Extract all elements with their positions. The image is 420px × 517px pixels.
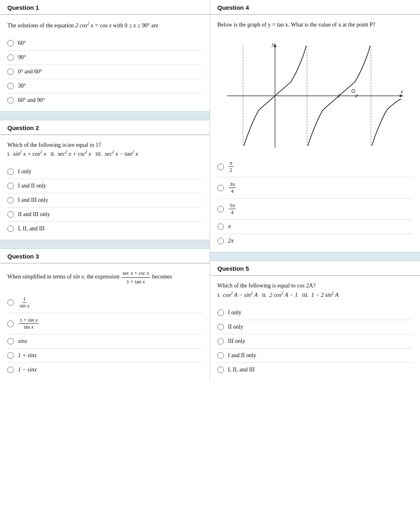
question-5-block: Question 5 Which of the following is equ… xyxy=(210,261,420,381)
q3-expression: sec x + csc x 1 + tan x xyxy=(122,269,150,285)
left-column: Question 1 The solutions of the equation… xyxy=(0,0,210,381)
y-label: y xyxy=(271,41,275,47)
q4-radio-1[interactable] xyxy=(217,163,224,170)
q1-radio-5[interactable] xyxy=(7,97,14,104)
q2-option-1[interactable]: I only xyxy=(7,165,202,179)
x-arrow xyxy=(400,94,403,97)
q3-body: When simplified in terms of sin x, the e… xyxy=(0,263,210,381)
q5-radio-1[interactable] xyxy=(217,309,224,316)
q2-header: Question 2 xyxy=(0,120,210,135)
q5-title: Question 5 xyxy=(217,265,413,272)
q1-option-1[interactable]: 60° xyxy=(7,36,202,51)
q5-radio-5[interactable] xyxy=(217,367,224,373)
q5-option-5[interactable]: I, II, and III xyxy=(217,363,413,377)
q5-option-4[interactable]: I and II only xyxy=(217,349,413,363)
q3-radio-3[interactable] xyxy=(7,338,14,345)
q4-radio-4[interactable] xyxy=(217,223,224,230)
q5-option-3[interactable]: III only xyxy=(217,334,413,349)
q4-graph-container: x y xyxy=(217,35,413,156)
point-P xyxy=(352,89,355,93)
q5-radio-2[interactable] xyxy=(217,324,224,330)
q5-radio-3[interactable] xyxy=(217,338,224,345)
q2-title: Question 2 xyxy=(7,124,202,131)
q1-radio-1[interactable] xyxy=(7,40,14,46)
right-column: Question 4 Below is the graph of y = tan… xyxy=(210,0,420,381)
q1-radio-2[interactable] xyxy=(7,54,14,61)
q2-body: Which of the following is/are equal to 1… xyxy=(0,135,210,240)
q1-radio-4[interactable] xyxy=(7,83,14,89)
divider-1 xyxy=(0,111,210,120)
q3-option-4[interactable]: 1 + sin x xyxy=(7,349,202,363)
q4-option-4[interactable]: π xyxy=(217,220,413,234)
q1-option-4[interactable]: 30° xyxy=(7,79,202,93)
q3-radio-1[interactable] xyxy=(7,299,14,306)
q2-option-3[interactable]: I and III only xyxy=(7,193,202,208)
q4-body: Below is the graph of y = tan x. What is… xyxy=(210,15,420,252)
q4-option-3[interactable]: 5π 4 xyxy=(217,199,413,220)
q2-option-2[interactable]: I and II only xyxy=(7,179,202,193)
q3-radio-5[interactable] xyxy=(7,367,14,373)
q3-header: Question 3 xyxy=(0,249,210,263)
q5-text: Which of the following is equal to cos 2… xyxy=(217,281,413,299)
q2-option-4[interactable]: II and III only xyxy=(7,208,202,222)
q3-title: Question 3 xyxy=(7,253,202,260)
question-2-block: Question 2 Which of the following is/are… xyxy=(0,120,210,240)
tan-branch-3 xyxy=(372,99,401,146)
q3-text: When simplified in terms of sin x, the e… xyxy=(7,269,202,285)
page: Question 1 The solutions of the equation… xyxy=(0,0,420,381)
q1-body: The solutions of the equation 2 cos2 x =… xyxy=(0,15,210,111)
q2-radio-1[interactable] xyxy=(7,168,14,175)
q1-option-2[interactable]: 90° xyxy=(7,51,202,65)
q3-radio-4[interactable] xyxy=(7,352,14,359)
q1-title: Question 1 xyxy=(7,4,202,11)
x-label: x xyxy=(400,88,403,95)
q4-text: Below is the graph of y = tan x. What is… xyxy=(217,20,413,29)
q1-header: Question 1 xyxy=(0,0,210,15)
q2-radio-5[interactable] xyxy=(7,225,14,232)
q4-option-5[interactable]: 2π xyxy=(217,234,413,248)
q4-radio-2[interactable] xyxy=(217,185,224,191)
question-1-block: Question 1 The solutions of the equation… xyxy=(0,0,210,111)
q5-header: Question 5 xyxy=(210,261,420,276)
q5-body: Which of the following is equal to cos 2… xyxy=(210,276,420,381)
q3-option-2[interactable]: 1 + sin x sin x xyxy=(7,313,202,334)
q3-option-5[interactable]: 1 − sin x xyxy=(7,363,202,377)
q2-option-5[interactable]: I, II, and III xyxy=(7,222,202,236)
q3-radio-2[interactable] xyxy=(7,320,14,327)
q1-option-3[interactable]: 0° and 60° xyxy=(7,65,202,79)
q3-option-1[interactable]: 1 sin x xyxy=(7,292,202,313)
tan-graph-svg: x y xyxy=(223,39,407,153)
q4-radio-5[interactable] xyxy=(217,238,224,244)
q2-radio-2[interactable] xyxy=(7,183,14,189)
q1-radio-3[interactable] xyxy=(7,68,14,75)
q5-option-2[interactable]: II only xyxy=(217,320,413,334)
q5-option-1[interactable]: I only xyxy=(217,306,413,320)
divider-3 xyxy=(210,252,420,261)
q4-radio-3[interactable] xyxy=(217,206,224,212)
q1-text: The solutions of the equation 2 cos2 x =… xyxy=(7,20,202,30)
divider-2 xyxy=(0,240,210,249)
q1-equation: 2 cos2 x = cos x xyxy=(75,22,112,29)
q4-option-1[interactable]: π 2 xyxy=(217,156,413,177)
P-label: P xyxy=(355,93,358,99)
q3-option-3[interactable]: sin x xyxy=(7,334,202,349)
q2-radio-3[interactable] xyxy=(7,197,14,203)
q4-title: Question 4 xyxy=(217,4,413,11)
q1-option-5[interactable]: 60° and 90° xyxy=(7,93,202,107)
q4-header: Question 4 xyxy=(210,0,420,15)
q2-radio-4[interactable] xyxy=(7,211,14,218)
q2-text: Which of the following is/are equal to 1… xyxy=(7,141,202,159)
question-3-block: Question 3 When simplified in terms of s… xyxy=(0,249,210,381)
q4-option-2[interactable]: 3π 4 xyxy=(217,177,413,199)
q5-radio-4[interactable] xyxy=(217,352,224,359)
question-4-block: Question 4 Below is the graph of y = tan… xyxy=(210,0,420,252)
